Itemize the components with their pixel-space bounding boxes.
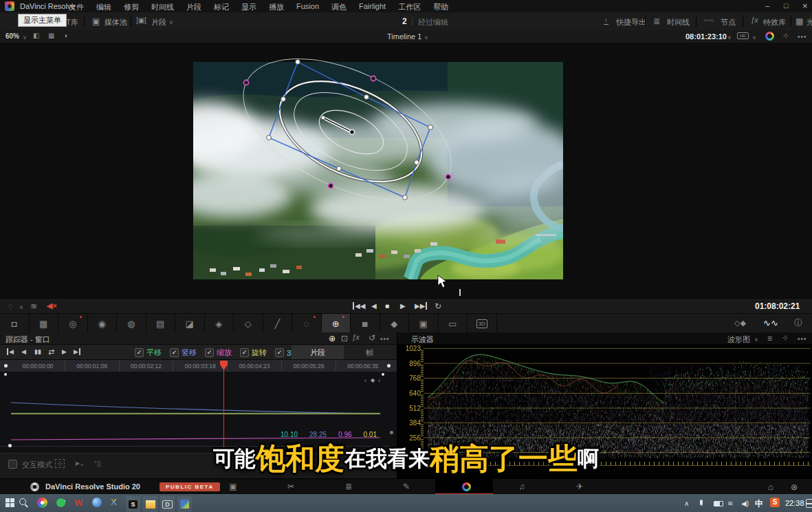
tray-mic-icon[interactable] <box>700 500 703 506</box>
taskbar-app-photos[interactable] <box>177 496 192 512</box>
taskbar-app-explorer[interactable] <box>143 496 157 512</box>
menu-item-8[interactable]: Fusion <box>296 2 319 12</box>
menu-item-12[interactable]: 帮助 <box>433 2 448 12</box>
tracker-graph[interactable]: ‹ ◆ › 10.1028.250.960.01 <box>0 372 397 453</box>
interactive-mode-checkbox[interactable] <box>8 460 17 469</box>
ruler-tick-5[interactable]: 00:00:05:29 <box>281 361 336 372</box>
menu-item-2[interactable]: 修剪 <box>124 2 139 12</box>
menu-item-3[interactable]: 时间线 <box>151 2 174 12</box>
palette-magic-wand-icon[interactable]: ╱ <box>263 314 293 333</box>
palette-camera-raw-icon[interactable]: ◘ <box>0 314 30 333</box>
tracker-checkbox-1[interactable]: ✓竖移 <box>170 348 197 358</box>
unmix-icon[interactable]: ◌ <box>8 302 13 310</box>
palette-key-icon[interactable]: ▣ <box>409 314 439 333</box>
scope-options-icon[interactable]: ••• <box>798 335 807 343</box>
fx-icon[interactable]: ƒx <box>352 334 360 341</box>
enhance-icon[interactable] <box>765 32 774 41</box>
skip-end-icon[interactable]: ▶▶ <box>415 302 427 310</box>
monitor-output-icon[interactable]: HD <box>737 32 749 39</box>
tracker-point-icon[interactable]: ⊕ <box>329 334 336 343</box>
tray-sogou-icon[interactable]: S <box>770 498 780 507</box>
palette-qualifier-icon[interactable]: ◈ <box>205 314 234 333</box>
loop-icon[interactable]: ↻ <box>435 301 441 311</box>
layers-icon[interactable]: ≋ <box>30 302 37 310</box>
palette-stereo-3d-icon[interactable]: 3D <box>468 314 497 333</box>
tracker-ruler[interactable]: 00:00:00:0000:00:01:0600:00:02:1200:00:0… <box>0 359 397 372</box>
reset-icon[interactable]: ↺ <box>369 334 375 342</box>
zoom-select[interactable]: 60% <box>6 32 19 40</box>
maximize-button[interactable]: □ <box>784 1 789 10</box>
palette-magic-mask-icon[interactable]: ◙ <box>351 314 380 333</box>
palette-color-warper-icon[interactable]: ◇ <box>234 314 263 333</box>
page-color-button[interactable] <box>459 481 473 492</box>
ruler-tick-4[interactable]: 00:00:04:23 <box>227 361 281 372</box>
ruler-tick-2[interactable]: 00:00:02:12 <box>119 361 173 372</box>
power-window-overlay[interactable] <box>193 55 563 286</box>
taskbar-app-d[interactable]: D <box>160 496 175 512</box>
menu-item-11[interactable]: 工作区 <box>398 2 421 12</box>
keyframes-palette-icon[interactable]: ◇◆ <box>734 319 746 327</box>
quick-export-button[interactable]: 快捷导出 <box>616 17 646 28</box>
tracker-checkbox-0[interactable]: ✓平移 <box>135 348 162 358</box>
start-button[interactable] <box>6 498 14 507</box>
next-keyframe-icon[interactable]: › <box>378 377 380 384</box>
tab-frame[interactable]: 帧 <box>344 345 396 359</box>
delete-point-icon[interactable]: ⁺▯ <box>94 460 101 467</box>
tracker-playhead[interactable] <box>223 361 224 452</box>
move-point-icon[interactable]: ➤₊ <box>74 460 84 467</box>
taskbar-app-capcut[interactable]: S <box>126 496 140 512</box>
scopes-palette-icon[interactable]: ∿∿ <box>763 318 778 328</box>
scope-settings-icon[interactable]: ≡ <box>767 334 772 343</box>
split-view-icon[interactable]: ◧ <box>33 32 39 39</box>
insert-point-icon[interactable]: ⊹ <box>55 459 65 468</box>
wipe-view-icon[interactable]: ◑ <box>63 32 67 39</box>
minimize-button[interactable]: – <box>765 1 769 10</box>
page-fusion-button[interactable]: ✎ <box>399 481 413 492</box>
track-to-end-icon[interactable]: ▶ <box>74 348 80 355</box>
grid-view-icon[interactable]: ▦ <box>48 32 54 39</box>
page-cut-button[interactable]: ✂ <box>284 481 298 492</box>
palette-color-match-icon[interactable]: ▦ <box>30 314 59 333</box>
skip-start-icon[interactable]: ◀◀ <box>353 302 365 310</box>
tracker-options-icon[interactable]: ••• <box>380 335 390 343</box>
viewer-options-icon[interactable]: ••• <box>798 33 807 41</box>
jog-marker[interactable] <box>459 289 461 296</box>
scope-expand-icon[interactable]: ⊹ <box>782 334 788 341</box>
stop-icon[interactable]: ■ <box>385 302 389 310</box>
page-deliver-button[interactable]: ✈ <box>573 481 586 492</box>
palette-color-board-icon[interactable]: ▤ <box>146 314 176 333</box>
palette-color-slice-icon[interactable]: ◍ <box>117 314 146 333</box>
tray-speaker-icon[interactable]: ◀) <box>741 500 749 507</box>
tracker-checkbox-3[interactable]: ✓旋转 <box>240 348 267 358</box>
palette-sizing-icon[interactable]: ▭ <box>439 314 468 333</box>
menu-item-4[interactable]: 片段 <box>186 2 201 12</box>
palette-window-icon[interactable]: ◌ <box>292 314 322 333</box>
pause-icon[interactable]: ▮▮ <box>34 348 41 355</box>
menu-item-9[interactable]: 调色 <box>331 2 347 12</box>
palette-curves-icon[interactable]: ◪ <box>175 314 205 333</box>
lightbox-label[interactable]: 光箱 <box>806 17 812 28</box>
page-media-button[interactable]: ▣ <box>226 481 240 492</box>
ruler-tick-6[interactable]: 00:00:06:35 <box>336 361 390 372</box>
ruler-tick-0[interactable]: 00:00:00:00 <box>11 361 65 372</box>
notification-center-icon[interactable] <box>806 499 812 508</box>
settings-gear-icon[interactable]: ⊛ <box>791 482 798 492</box>
menu-item-10[interactable]: Fairlight <box>359 2 386 12</box>
menu-item-1[interactable]: 编辑 <box>96 2 111 12</box>
taskbar-app-green[interactable] <box>56 498 65 507</box>
menu-item-6[interactable]: 显示 <box>241 2 256 12</box>
cloud-tracker-icon[interactable]: ⊡ <box>341 334 348 343</box>
palette-color-wheels-icon[interactable]: ◎ <box>58 314 88 333</box>
taskbar-app-wps[interactable]: W <box>74 498 83 508</box>
palette-hdr-wheels-icon[interactable]: ◉ <box>88 314 118 333</box>
app-logo-icon[interactable] <box>5 1 14 11</box>
menu-item-0[interactable]: 文件 <box>69 2 84 12</box>
taskbar-app-browser[interactable] <box>37 498 47 508</box>
scope-mode-select[interactable]: 波形图 <box>727 334 750 345</box>
track-reverse-icon[interactable]: ◀ <box>21 348 26 355</box>
tray-wifi-icon[interactable]: ≋ <box>727 500 733 507</box>
timeline-name[interactable]: Timeline 1 <box>387 32 421 41</box>
media-pool-icon[interactable]: ▣ <box>92 17 100 25</box>
tray-chevron-up-icon[interactable]: ∧ <box>684 500 689 507</box>
tray-battery-icon[interactable] <box>714 501 723 506</box>
